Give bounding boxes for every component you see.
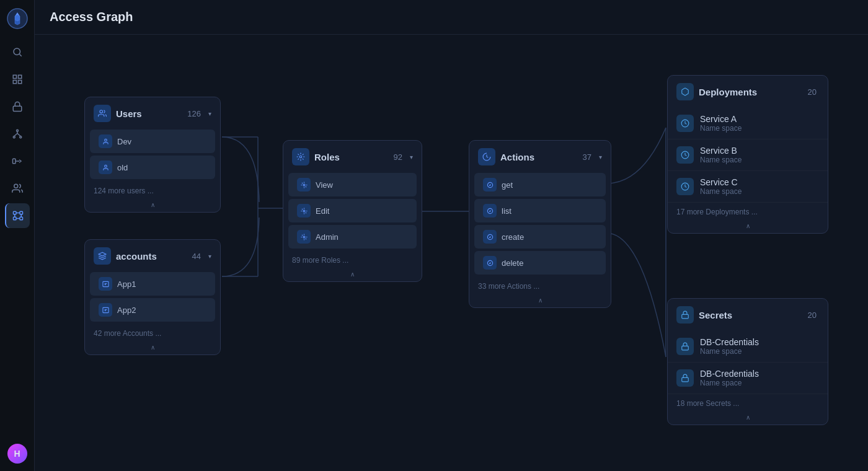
deployment-info-b: Service B Name space bbox=[700, 146, 742, 164]
deployments-card: Deployments 20 Service A Name space bbox=[667, 75, 828, 234]
actions-item-delete-label: delete bbox=[502, 258, 523, 268]
deployment-name-a: Service A bbox=[700, 114, 742, 124]
deployment-icon-a bbox=[676, 115, 694, 132]
deployment-name-c: Service C bbox=[700, 177, 742, 187]
users-card: Users 126 ▾ Dev bbox=[84, 97, 221, 213]
sidebar-item-network[interactable] bbox=[5, 121, 30, 146]
roles-card-header[interactable]: Roles 92 ▾ bbox=[283, 141, 422, 173]
sidebar-bottom: H bbox=[7, 444, 27, 464]
deployment-namespace-c: Name space bbox=[700, 187, 742, 196]
accounts-more[interactable]: 42 more Accounts ... bbox=[85, 324, 220, 341]
accounts-collapse[interactable]: ∧ bbox=[85, 341, 220, 354]
roles-card-count: 92 bbox=[394, 152, 402, 162]
roles-card-chevron[interactable]: ▾ bbox=[410, 154, 413, 161]
svg-rect-5 bbox=[18, 81, 21, 84]
deployment-item-service-c[interactable]: Service C Name space bbox=[668, 171, 828, 203]
roles-item-view[interactable]: View bbox=[288, 173, 417, 196]
accounts-item-app2[interactable]: App2 bbox=[90, 298, 215, 322]
user-icon bbox=[99, 134, 112, 148]
users-item-dev-label: Dev bbox=[117, 137, 131, 146]
deployment-info-a: Service A Name space bbox=[700, 114, 742, 133]
sidebar-item-security[interactable] bbox=[5, 94, 30, 119]
accounts-card-header[interactable]: accounts 44 ▾ bbox=[85, 240, 220, 272]
accounts-card-chevron[interactable]: ▾ bbox=[208, 253, 211, 260]
deployment-namespace-a: Name space bbox=[700, 124, 742, 133]
sidebar-item-search[interactable] bbox=[5, 40, 30, 64]
deployment-namespace-b: Name space bbox=[700, 156, 742, 164]
deployments-card-header[interactable]: Deployments 20 bbox=[668, 76, 828, 108]
user-icon-2 bbox=[99, 161, 112, 174]
accounts-item-app1[interactable]: App1 bbox=[90, 272, 215, 296]
roles-card: Roles 92 ▾ View bbox=[283, 140, 422, 282]
secret-name-2: DB-Credentials bbox=[700, 369, 759, 379]
users-more[interactable]: 124 more users ... bbox=[85, 182, 220, 199]
svg-point-9 bbox=[19, 136, 21, 138]
main-content: Access Graph bbox=[35, 0, 868, 471]
secret-item-db1[interactable]: DB-Credentials Name space bbox=[668, 331, 828, 363]
actions-card-header[interactable]: Actions 37 ▾ bbox=[469, 141, 611, 173]
svg-rect-14 bbox=[13, 217, 16, 220]
actions-item-delete[interactable]: delete bbox=[474, 251, 606, 275]
secret-item-db2[interactable]: DB-Credentials Name space bbox=[668, 363, 828, 394]
sidebar-item-dashboard[interactable] bbox=[5, 67, 30, 92]
actions-card: Actions 37 ▾ get bbox=[469, 140, 611, 308]
accounts-card: accounts 44 ▾ App1 bbox=[84, 239, 221, 355]
action-icon-get bbox=[483, 178, 497, 191]
secret-name-1: DB-Credentials bbox=[700, 337, 759, 347]
svg-rect-24 bbox=[102, 281, 108, 286]
deployments-more[interactable]: 17 more Deployments ... bbox=[668, 203, 828, 220]
deployments-collapse[interactable]: ∧ bbox=[668, 220, 828, 233]
svg-point-23 bbox=[104, 165, 107, 167]
users-item-old[interactable]: old bbox=[90, 156, 215, 179]
page-title: Access Graph bbox=[50, 10, 133, 24]
actions-item-create[interactable]: create bbox=[474, 225, 606, 249]
secrets-more[interactable]: 18 more Secrets ... bbox=[668, 394, 828, 412]
sidebar-item-integrations[interactable] bbox=[5, 149, 30, 174]
actions-collapse[interactable]: ∧ bbox=[469, 294, 611, 307]
actions-card-chevron[interactable]: ▾ bbox=[599, 154, 602, 161]
users-card-title: Users bbox=[116, 108, 182, 119]
users-collapse[interactable]: ∧ bbox=[85, 199, 220, 212]
roles-more[interactable]: 89 more Roles ... bbox=[283, 251, 422, 268]
role-icon-admin bbox=[297, 230, 311, 244]
roles-item-admin[interactable]: Admin bbox=[288, 225, 417, 249]
actions-item-list[interactable]: list bbox=[474, 199, 606, 222]
sidebar-item-graph[interactable] bbox=[5, 203, 30, 228]
svg-rect-13 bbox=[20, 211, 23, 214]
roles-item-view-label: View bbox=[316, 180, 333, 190]
accounts-card-count: 44 bbox=[192, 252, 201, 261]
action-icon-delete bbox=[483, 256, 497, 270]
users-card-header[interactable]: Users 126 ▾ bbox=[85, 97, 220, 130]
sidebar-item-users[interactable] bbox=[5, 176, 30, 201]
deployment-item-service-b[interactable]: Service B Name space bbox=[668, 139, 828, 171]
users-card-chevron[interactable]: ▾ bbox=[208, 110, 211, 117]
actions-item-get[interactable]: get bbox=[474, 173, 606, 196]
roles-card-icon bbox=[292, 148, 309, 165]
roles-collapse[interactable]: ∧ bbox=[283, 268, 422, 281]
account-icon-1 bbox=[99, 277, 112, 291]
deployment-item-service-a[interactable]: Service A Name space bbox=[668, 108, 828, 139]
user-avatar[interactable]: H bbox=[7, 444, 27, 464]
svg-rect-35 bbox=[682, 346, 689, 350]
secrets-collapse[interactable]: ∧ bbox=[668, 412, 828, 425]
app-logo[interactable] bbox=[6, 7, 29, 30]
svg-rect-25 bbox=[102, 307, 108, 312]
svg-point-29 bbox=[303, 236, 305, 238]
users-item-dev[interactable]: Dev bbox=[90, 130, 215, 153]
svg-rect-34 bbox=[682, 314, 689, 318]
secret-icon-2 bbox=[676, 369, 694, 387]
svg-point-27 bbox=[303, 184, 305, 186]
accounts-card-icon bbox=[94, 247, 111, 265]
roles-card-title: Roles bbox=[314, 152, 389, 162]
svg-point-28 bbox=[303, 210, 305, 212]
roles-item-edit[interactable]: Edit bbox=[288, 199, 417, 222]
secrets-card-header[interactable]: Secrets 20 bbox=[668, 299, 828, 331]
svg-rect-3 bbox=[18, 75, 21, 78]
secret-namespace-2: Name space bbox=[700, 379, 759, 387]
roles-item-admin-label: Admin bbox=[316, 232, 339, 242]
svg-point-8 bbox=[13, 136, 15, 138]
actions-more[interactable]: 33 more Actions ... bbox=[469, 277, 611, 294]
header: Access Graph bbox=[35, 0, 868, 35]
svg-point-7 bbox=[16, 130, 18, 131]
actions-card-count: 37 bbox=[583, 152, 591, 162]
